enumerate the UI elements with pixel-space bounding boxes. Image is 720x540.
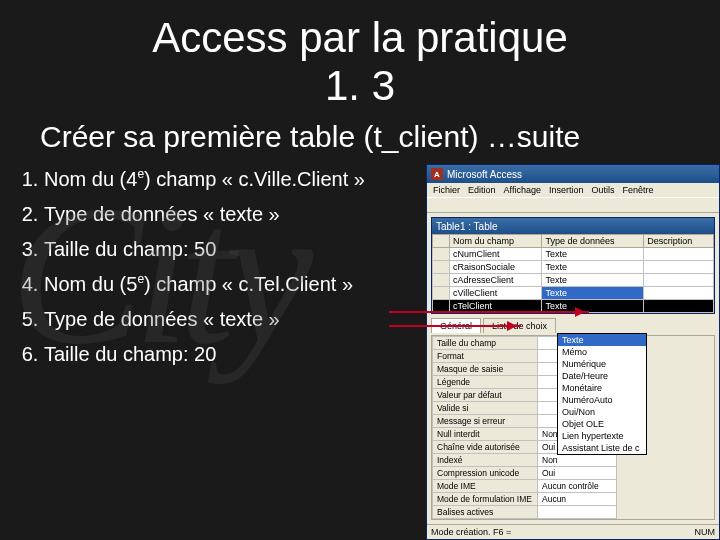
dropdown-option[interactable]: Texte <box>558 334 646 346</box>
dropdown-option[interactable]: Mémo <box>558 346 646 358</box>
access-icon: A <box>431 168 443 180</box>
body-row: Nom du (4e) champ « c.Ville.Client »Type… <box>16 164 720 540</box>
dropdown-option[interactable]: Date/Heure <box>558 370 646 382</box>
table-row[interactable]: cAdresseClientTexte <box>433 274 714 287</box>
menu-item[interactable]: Outils <box>591 185 614 195</box>
dropdown-option[interactable]: Objet OLE <box>558 418 646 430</box>
dropdown-option[interactable]: Monétaire <box>558 382 646 394</box>
property-row[interactable]: Mode IMEAucun contrôle <box>433 480 617 493</box>
property-row[interactable]: Compression unicodeOui <box>433 467 617 480</box>
app-title: Microsoft Access <box>447 169 522 180</box>
status-num: NUM <box>695 527 716 537</box>
table-row[interactable]: cNumClientTexte <box>433 248 714 261</box>
column-header[interactable]: Type de données <box>542 235 644 248</box>
dropdown-option[interactable]: Oui/Non <box>558 406 646 418</box>
status-text: Mode création. F6 = <box>431 527 511 537</box>
table-window-title: Table1 : Table <box>432 218 714 234</box>
column-header[interactable]: Nom du champ <box>450 235 542 248</box>
annotation-arrow-1 <box>389 311 589 313</box>
dropdown-option[interactable]: NuméroAuto <box>558 394 646 406</box>
steps-list: Nom du (4e) champ « c.Ville.Client »Type… <box>16 164 426 374</box>
menu-item[interactable]: Fenêtre <box>622 185 653 195</box>
slide-title: Access par la pratique 1. 3 <box>0 0 720 114</box>
property-row[interactable]: IndexéNon <box>433 454 617 467</box>
table-design-window: Table1 : Table Nom du champType de donné… <box>431 217 715 314</box>
slide-subtitle: Créer sa première table (t_client) …suit… <box>40 120 720 154</box>
title-line-2: 1. 3 <box>325 62 395 109</box>
table-row[interactable]: cRaisonSocialeTexte <box>433 261 714 274</box>
table-row[interactable]: cVilleClientTexte <box>433 287 714 300</box>
step-item: Nom du (4e) champ « c.Ville.Client » <box>44 164 426 195</box>
annotation-arrow-2 <box>389 325 521 327</box>
step-item: Taille du champ: 50 <box>44 234 426 265</box>
toolbar[interactable] <box>427 197 719 213</box>
menubar[interactable]: FichierEditionAffichageInsertionOutilsFe… <box>427 183 719 197</box>
step-item: Type de données « texte » <box>44 199 426 230</box>
dropdown-option[interactable]: Assistant Liste de c <box>558 442 646 454</box>
app-titlebar: A Microsoft Access <box>427 165 719 183</box>
step-item: Taille du champ: 20 <box>44 339 426 370</box>
column-header[interactable]: Description <box>644 235 714 248</box>
dropdown-option[interactable]: Lien hypertexte <box>558 430 646 442</box>
step-item: Nom du (5e) champ « c.Tel.Client » <box>44 269 426 300</box>
dropdown-option[interactable]: Numérique <box>558 358 646 370</box>
menu-item[interactable]: Affichage <box>504 185 541 195</box>
field-grid[interactable]: Nom du champType de donnéesDescription c… <box>432 234 714 313</box>
statusbar: Mode création. F6 = NUM <box>427 524 719 539</box>
menu-item[interactable]: Fichier <box>433 185 460 195</box>
slide: City Access par la pratique 1. 3 Créer s… <box>0 0 720 540</box>
datatype-dropdown[interactable]: TexteMémoNumériqueDate/HeureMonétaireNum… <box>557 333 647 455</box>
menu-item[interactable]: Insertion <box>549 185 584 195</box>
access-screenshot: A Microsoft Access FichierEditionAfficha… <box>426 164 720 540</box>
title-line-1: Access par la pratique <box>152 14 568 61</box>
property-row[interactable]: Balises actives <box>433 506 617 519</box>
property-row[interactable]: Mode de formulation IMEAucun <box>433 493 617 506</box>
step-item: Type de données « texte » <box>44 304 426 335</box>
menu-item[interactable]: Edition <box>468 185 496 195</box>
